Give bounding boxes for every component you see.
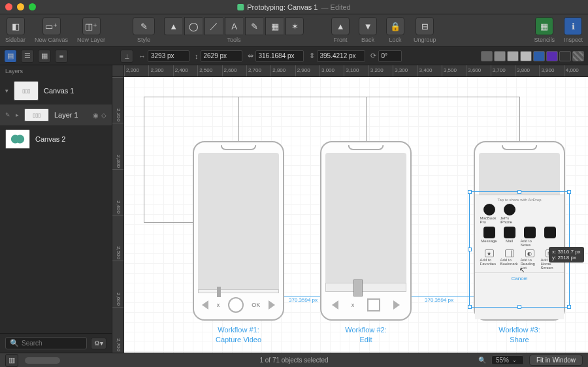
coord-h-input[interactable] (317, 50, 365, 62)
workflow-1-label: Workflow #1:Capture Video (193, 325, 284, 345)
coord-rot-input[interactable] (378, 50, 402, 62)
zoom-out-icon[interactable]: 🔍 (478, 357, 486, 364)
search-field[interactable]: 🔍 (5, 337, 87, 349)
lock-icon[interactable]: ◇ (101, 112, 106, 119)
horizontal-scrollbar[interactable] (25, 357, 60, 364)
tool-pen[interactable]: ✎ (245, 17, 263, 35)
tool-line[interactable]: ／ (204, 17, 223, 35)
phone-frame-2[interactable]: x (320, 141, 412, 321)
tool-shape[interactable]: ◯ (184, 17, 203, 35)
coord-w-input[interactable] (255, 50, 304, 62)
share-app-2[interactable]: Mail (500, 227, 519, 247)
position-tooltip: x: 3516.7 pxy: 2518 px (549, 247, 584, 263)
horizontal-ruler[interactable]: 2,2002,3002,4002,5002,6002,7002,8002,900… (124, 65, 588, 77)
window-titlebar: Prototyping: Canvas 1 — Edited (0, 0, 588, 14)
ruler-tick: 2,500 (197, 65, 221, 76)
prev-icon[interactable] (332, 300, 338, 310)
tool-grid[interactable]: ▦ (265, 17, 284, 35)
ok-label[interactable]: OK (252, 302, 260, 308)
zoom-icon[interactable] (29, 3, 36, 10)
notch (221, 145, 257, 150)
toggle-sidebar-button[interactable]: ◧ (7, 17, 25, 35)
tool-select[interactable]: ▲ (164, 17, 182, 35)
visibility-icon[interactable]: ◉ (93, 112, 99, 119)
ruler-tick: 2,800 (270, 65, 295, 76)
share-app-1[interactable]: Message (480, 227, 498, 247)
bring-front-button[interactable]: ▲ (331, 17, 350, 35)
view-layers-icon[interactable]: ▤ (4, 50, 17, 63)
ruler-tick: 3,800 (515, 65, 539, 76)
layer-item-canvas2[interactable]: Canvas 2 (0, 125, 112, 153)
style-button[interactable]: ✎ (133, 17, 155, 35)
ruler-tick: 2,700 (246, 65, 270, 76)
zoom-dropdown[interactable]: 55% ⌄ (491, 355, 524, 365)
swatch-shadow[interactable] (507, 51, 519, 61)
new-canvas-button[interactable]: ▭⁺ (42, 17, 61, 35)
view-outline-icon[interactable]: ☰ (21, 50, 34, 63)
sidebar-gear-button[interactable]: ⚙▾ (91, 338, 106, 349)
dim-line-12 (284, 296, 320, 296)
swatch-accent[interactable] (533, 51, 545, 61)
rewind-icon[interactable] (202, 300, 208, 310)
swatch-7[interactable] (559, 51, 571, 61)
share-action-2[interactable]: ▕Add to Bookmark (500, 249, 519, 270)
connector (144, 97, 238, 97)
status-page-button[interactable]: ▥ (5, 354, 18, 367)
ungroup-button[interactable]: ⊟ (416, 17, 434, 35)
next-icon[interactable] (393, 300, 400, 310)
record-button[interactable] (228, 297, 244, 313)
swatch-pattern[interactable] (572, 51, 584, 61)
disclosure-icon[interactable]: ▸ (16, 112, 19, 118)
airdrop-target-1[interactable]: MacBook Pro (480, 204, 498, 224)
swatch-6[interactable] (546, 51, 558, 61)
send-back-button[interactable]: ▼ (359, 17, 377, 35)
coord-y-input[interactable] (201, 50, 242, 62)
minimize-icon[interactable] (17, 3, 24, 10)
view-list-icon[interactable]: ≡ (55, 50, 68, 63)
stop-button[interactable] (367, 298, 380, 311)
phone-frame-1[interactable]: x OK (193, 141, 284, 321)
dim-12: 370.3594 px (289, 297, 318, 303)
phone-frame-3[interactable]: Tap to share with AirDrop MacBook Pro Je… (474, 141, 565, 321)
tb-sidebar-label: Sidebar (5, 37, 25, 43)
layer-item-canvas1[interactable]: ▾ ▯▯▯ Canvas 1 (0, 77, 112, 104)
share-cancel-button[interactable]: Cancel (475, 272, 564, 284)
share-app-3[interactable]: Add to Notes (521, 227, 539, 247)
search-input[interactable] (22, 340, 82, 347)
new-layer-button[interactable]: ◫⁺ (82, 17, 101, 35)
airdrop-target-2[interactable]: Jeff's iPhone (500, 204, 519, 224)
lock-button[interactable]: 🔒 (386, 17, 404, 35)
disclosure-icon[interactable]: ▾ (5, 88, 8, 94)
share-action-1[interactable]: ★Add to Favorites (480, 249, 498, 270)
layer-item-layer1[interactable]: ✎ ▸ ▯▯▯ Layer 1 ◉ ◇ (0, 104, 112, 125)
swatch-fill[interactable] (494, 51, 506, 61)
timeline-1 (198, 289, 279, 293)
close-icon[interactable] (5, 3, 12, 10)
screen-2 (325, 153, 406, 292)
tool-point[interactable]: ✶ (286, 17, 304, 35)
fit-window-button[interactable]: Fit in Window (529, 355, 583, 366)
tb-newlayer-group: ◫⁺ New Layer (77, 17, 105, 43)
vertical-ruler[interactable]: 2,2002,3002,4002,5002,6002,700 (112, 77, 124, 353)
forward-icon[interactable] (269, 300, 275, 310)
view-grid-icon[interactable]: ▦ (38, 50, 51, 63)
share-app-4[interactable] (541, 227, 559, 247)
tb-style-label: Style (137, 37, 150, 43)
tb-front-label: Front (334, 37, 348, 43)
swatch-4[interactable] (520, 51, 532, 61)
main-area: Layers ▾ ▯▯▯ Canvas 1 ✎ ▸ ▯▯▯ Layer 1 ◉ … (0, 65, 588, 353)
rot-icon: ⟳ (370, 52, 376, 60)
connector (519, 97, 520, 141)
ruler-toggle[interactable]: ⟂ (120, 50, 133, 63)
status-bar: ▥ 1 of 71 objects selected 🔍 55% ⌄ Fit i… (0, 353, 588, 367)
swatch-stroke[interactable] (481, 51, 493, 61)
coord-x-input[interactable] (148, 50, 189, 62)
stencils-button[interactable]: ▦ (535, 17, 553, 35)
tool-text[interactable]: A (225, 17, 243, 35)
ruler-origin[interactable] (112, 65, 124, 77)
tb-inspect-label: Inspect (564, 37, 583, 43)
canvas-viewport[interactable]: 2,2002,3002,4002,5002,6002,7002,8002,900… (112, 65, 588, 353)
properties-bar: ▤ ☰ ▦ ≡ ⟂ ↔ ↕ ⇔ ⇕ ⟳ (0, 47, 588, 65)
design-canvas[interactable]: x OK Workflow #1:Capture Video x (124, 77, 588, 353)
inspect-button[interactable]: ℹ (564, 17, 582, 35)
